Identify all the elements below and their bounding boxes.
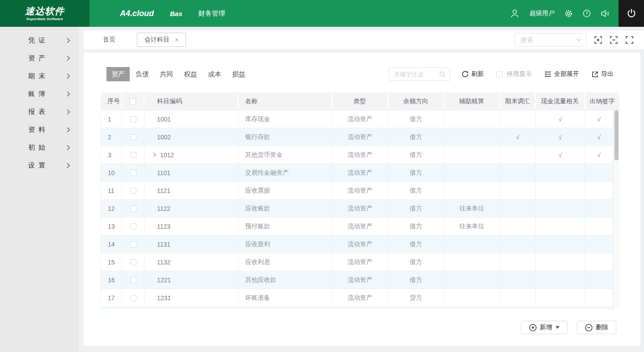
table-row[interactable]: 12 1122 应收账款 流动资产 借方 往来单位 bbox=[101, 200, 619, 218]
row-checkbox[interactable] bbox=[130, 259, 136, 265]
row-checkbox[interactable] bbox=[130, 205, 136, 212]
zoom-in-bracket-icon[interactable] bbox=[594, 36, 602, 44]
table-row[interactable]: 17 1231 坏账准备 流动资产 贷方 bbox=[101, 289, 619, 307]
table-row[interactable]: 11 1121 应收票据 流动资产 借方 bbox=[101, 182, 619, 200]
cell-name: 坏账准备 bbox=[238, 289, 332, 307]
cell-cashflow bbox=[536, 164, 585, 182]
nav-item-finance[interactable]: 财务管理 bbox=[199, 9, 225, 18]
cell-select bbox=[122, 164, 144, 182]
row-checkbox[interactable] bbox=[130, 223, 136, 230]
cell-fx: √ bbox=[500, 128, 536, 146]
cell-type: 流动资产 bbox=[332, 218, 388, 235]
close-tab-icon[interactable]: × bbox=[175, 37, 178, 43]
table-row[interactable]: 2 1002 银行存款 流动资产 借方 √ √ √ bbox=[101, 128, 619, 146]
row-checkbox[interactable] bbox=[130, 241, 136, 247]
cell-type: 流动资产 bbox=[332, 110, 388, 128]
cell-code-value: 1231 bbox=[157, 294, 171, 302]
cell-type: 流动资产 bbox=[332, 200, 388, 218]
sidebar-item[interactable]: 资 料 bbox=[0, 121, 79, 138]
sidebar-item-label: 资 产 bbox=[28, 54, 46, 63]
cell-fx bbox=[500, 146, 536, 164]
chevron-right-icon bbox=[67, 145, 70, 151]
cell-fx bbox=[500, 110, 536, 128]
cell-cashflow bbox=[536, 253, 585, 271]
export-button[interactable]: 导出 bbox=[592, 70, 614, 78]
cell-seq: 3 bbox=[101, 146, 122, 164]
subject-table-body: 1 1001 库存现金 流动资产 借方 √ √ 2 1002 银行存款 流动资产… bbox=[101, 110, 619, 309]
category-tab[interactable]: 成本 bbox=[203, 67, 226, 81]
expand-all-label: 全部展开 bbox=[554, 70, 579, 78]
keyword-filter-input[interactable] bbox=[393, 71, 437, 78]
nav-item-a4cloud[interactable]: A4.cloud bbox=[120, 9, 154, 18]
fullscreen-icon[interactable] bbox=[626, 36, 633, 44]
row-checkbox[interactable] bbox=[130, 152, 136, 158]
row-checkbox[interactable] bbox=[130, 170, 136, 176]
row-checkbox[interactable] bbox=[130, 295, 136, 301]
sidebar-item[interactable]: 初 始 bbox=[0, 138, 79, 156]
cell-code: 1101 bbox=[144, 164, 238, 182]
expand-all-button[interactable]: 全部展开 bbox=[544, 70, 579, 78]
cell-code-value: 1002 bbox=[157, 134, 171, 141]
expand-row-icon[interactable] bbox=[153, 152, 157, 157]
keyword-filter[interactable] bbox=[389, 67, 450, 81]
row-checkbox[interactable] bbox=[130, 188, 136, 194]
sidebar-item[interactable]: 资 产 bbox=[0, 49, 79, 67]
sidebar-item[interactable]: 设 置 bbox=[0, 156, 79, 174]
category-tab[interactable]: 资产 bbox=[106, 67, 130, 81]
settings-gear-icon[interactable] bbox=[564, 9, 573, 18]
table-row[interactable]: 13 1123 预付账款 流动资产 借方 往来单位 bbox=[101, 218, 619, 235]
menu-search-input[interactable] bbox=[520, 36, 571, 44]
chevron-right-icon bbox=[67, 127, 70, 133]
row-checkbox[interactable] bbox=[130, 277, 136, 283]
sidebar-item[interactable]: 期 末 bbox=[0, 67, 79, 85]
refresh-button[interactable]: 刷新 bbox=[462, 70, 484, 78]
caret-down-icon bbox=[555, 326, 559, 329]
cell-direction: 借方 bbox=[388, 253, 444, 271]
sidebar-item[interactable]: 账 簿 bbox=[0, 85, 79, 103]
table-row[interactable]: 1 1001 库存现金 流动资产 借方 √ √ bbox=[101, 110, 619, 128]
help-icon[interactable]: ? bbox=[583, 9, 591, 17]
add-button[interactable]: 新增 bbox=[521, 321, 568, 334]
category-tab[interactable]: 权益 bbox=[179, 67, 202, 81]
speaker-icon[interactable] bbox=[601, 10, 610, 17]
tab-accounting-subjects[interactable]: 会计科目 × bbox=[137, 33, 186, 47]
category-tab[interactable]: 损益 bbox=[227, 67, 250, 81]
category-tab[interactable]: 共同 bbox=[155, 67, 178, 81]
cell-cashflow bbox=[536, 218, 585, 235]
sidebar-item[interactable]: 凭 证 bbox=[0, 31, 79, 49]
menu-search-combobox[interactable] bbox=[515, 33, 586, 46]
table-row[interactable]: 16 1221 其他应收款 流动资产 借方 bbox=[101, 271, 619, 289]
export-label: 导出 bbox=[601, 70, 614, 78]
cell-select bbox=[122, 253, 144, 271]
plus-circle-icon bbox=[529, 324, 537, 331]
user-icon[interactable] bbox=[510, 8, 520, 18]
zoom-out-bracket-icon[interactable] bbox=[610, 36, 618, 44]
nav-item-bas[interactable]: Bas bbox=[170, 10, 182, 17]
cell-select bbox=[122, 200, 144, 218]
table-row[interactable]: 10 1101 交易性金融资产 流动资产 借方 bbox=[101, 164, 619, 182]
select-all-checkbox[interactable] bbox=[130, 98, 136, 105]
row-checkbox[interactable] bbox=[130, 134, 136, 140]
scrollbar-thumb[interactable] bbox=[614, 110, 619, 160]
row-checkbox[interactable] bbox=[130, 116, 136, 122]
cell-seq: 14 bbox=[101, 235, 122, 253]
cell-cashier bbox=[585, 271, 613, 289]
table-row[interactable]: 14 1131 应收股利 流动资产 借方 bbox=[101, 235, 619, 253]
stop-display-checkbox[interactable] bbox=[496, 71, 503, 77]
sidebar-item[interactable]: 报 表 bbox=[0, 103, 79, 121]
subjects-table: 序号 科目编码 名称 类型 余额方向 辅助核算 期末调汇 现金流量相关 出纳签字… bbox=[101, 92, 619, 309]
sidebar-item-label: 设 置 bbox=[28, 161, 46, 170]
cell-code-value: 1001 bbox=[157, 116, 171, 123]
delete-button[interactable]: 删除 bbox=[577, 321, 616, 334]
cell-cashflow: √ bbox=[536, 146, 585, 164]
table-row[interactable]: 15 1132 应收利息 流动资产 借方 bbox=[101, 253, 619, 271]
sidebar: 凭 证 资 产 期 末 账 簿 报 表 资 料 初 始 设 置 bbox=[0, 27, 79, 352]
table-row[interactable]: 3 1012 其他货币资金 流动资产 借方 √ √ bbox=[101, 146, 619, 164]
cell-type: 流动资产 bbox=[332, 128, 388, 146]
tab-home[interactable]: 首页 bbox=[103, 36, 115, 44]
chevron-right-icon bbox=[67, 38, 70, 43]
tabbar-tools bbox=[515, 33, 644, 46]
cell-fx bbox=[500, 182, 536, 200]
category-tab[interactable]: 负债 bbox=[131, 67, 154, 81]
logout-power-button[interactable] bbox=[619, 0, 644, 27]
